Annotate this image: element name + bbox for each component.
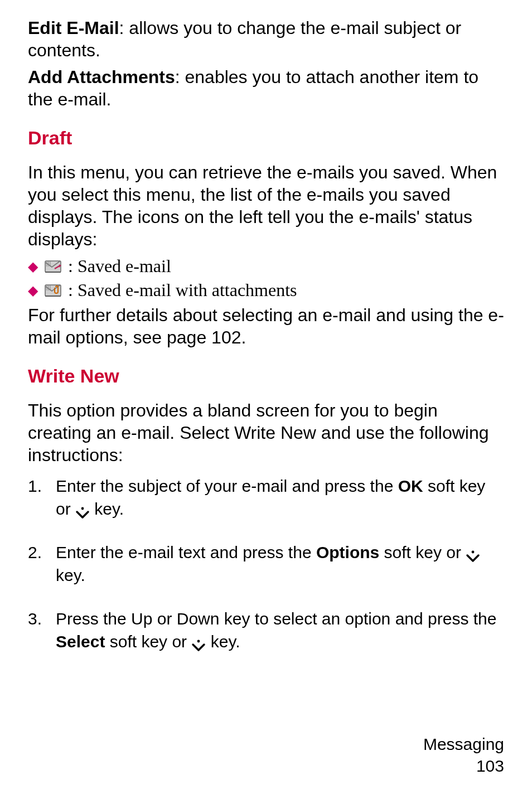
edit-email-label: Edit E-Mail: [28, 18, 119, 38]
add-attachments-label: Add Attachments: [28, 67, 175, 87]
step-2: 2. Enter the e-mail text and press the O…: [28, 541, 504, 587]
bullet-saved-email-attachments-text: : Saved e-mail with attachments: [68, 280, 297, 301]
write-new-paragraph: This option provides a bland screen for …: [28, 399, 504, 466]
step-1: 1. Enter the subject of your e-mail and …: [28, 475, 504, 520]
step-1-content: Enter the subject of your e-mail and pre…: [56, 475, 504, 520]
draft-bullet-list: ◆ : Saved e-mail ◆: [28, 256, 504, 301]
step-3-bold: Select: [56, 632, 105, 651]
step-3-post: key.: [206, 632, 240, 651]
footer-page-number: 103: [423, 755, 504, 777]
step-2-post: key.: [56, 566, 85, 584]
step-3-content: Press the Up or Down key to select an op…: [56, 608, 504, 653]
svg-point-4: [197, 640, 200, 642]
nav-key-icon: [191, 636, 206, 651]
nav-key-icon: [466, 547, 480, 561]
step-1-number: 1.: [28, 475, 45, 498]
step-1-post: key.: [90, 500, 124, 518]
saved-email-icon: [43, 259, 62, 274]
step-3-pre: Press the Up or Down key to select an op…: [56, 609, 496, 628]
step-2-content: Enter the e-mail text and press the Opti…: [56, 541, 504, 587]
step-1-bold: OK: [398, 477, 423, 495]
draft-paragraph: In this menu, you can retrieve the e-mai…: [28, 161, 504, 250]
step-3-number: 3.: [28, 608, 45, 631]
bullet-saved-email: ◆ : Saved e-mail: [28, 256, 504, 277]
step-2-number: 2.: [28, 541, 45, 564]
step-2-bold: Options: [316, 543, 379, 561]
svg-point-2: [81, 507, 84, 510]
svg-point-3: [472, 551, 475, 554]
intro-attach-line: Add Attachments: enables you to attach a…: [28, 66, 504, 110]
bullet-saved-email-text: : Saved e-mail: [68, 256, 171, 277]
step-1-pre: Enter the subject of your e-mail and pre…: [56, 477, 398, 495]
write-new-heading: Write New: [28, 365, 504, 387]
intro-edit-line: Edit E-Mail: allows you to change the e-…: [28, 17, 504, 61]
step-3: 3. Press the Up or Down key to select an…: [28, 608, 504, 653]
draft-heading: Draft: [28, 127, 504, 149]
bullet-saved-email-attachments: ◆ : Saved e-mail with attachments: [28, 280, 504, 301]
diamond-icon: ◆: [28, 260, 38, 273]
diamond-icon: ◆: [28, 284, 38, 297]
write-new-steps: 1. Enter the subject of your e-mail and …: [28, 475, 504, 653]
footer-section: Messaging: [423, 733, 504, 755]
page-footer: Messaging 103: [423, 733, 504, 777]
page: Edit E-Mail: allows you to change the e-…: [0, 0, 532, 799]
step-2-mid: soft key or: [379, 543, 466, 561]
nav-key-icon: [75, 503, 90, 518]
saved-email-attachments-icon: [43, 283, 62, 298]
draft-after-paragraph: For further details about selecting an e…: [28, 304, 504, 348]
step-3-mid: soft key or: [105, 632, 191, 651]
step-2-pre: Enter the e-mail text and press the: [56, 543, 316, 561]
